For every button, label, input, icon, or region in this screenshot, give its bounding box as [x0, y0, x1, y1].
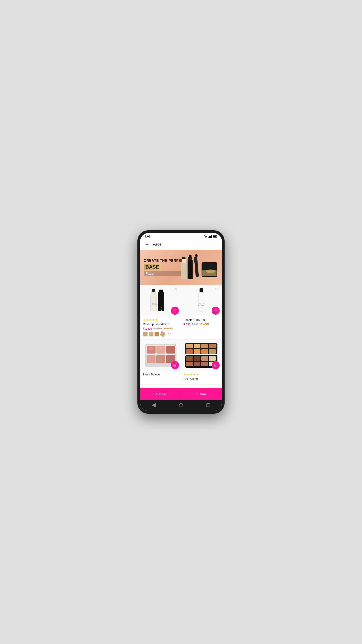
svg-rect-17 — [194, 257, 199, 277]
color-swatch[interactable] — [149, 332, 153, 336]
filter-button[interactable]: ⊟ Filter — [140, 388, 181, 400]
svg-text:COVERUP: COVERUP — [152, 303, 156, 304]
product-rating-1: ★ ★ ★ ★ ★ — [143, 318, 179, 322]
battery-icon — [213, 235, 217, 238]
back-arrow-icon: ← — [145, 242, 149, 247]
nav-back-button[interactable] — [150, 402, 157, 409]
product-name-2: Booster - BST001 — [183, 318, 219, 322]
svg-text:FOUNDATION: FOUNDATION — [152, 304, 158, 305]
product-name-3: Blush Palette — [143, 373, 179, 376]
star-icon: ★ — [146, 318, 149, 322]
product-image-foundation: ♡ COVERUP FOUNDATION FOUNDA — [141, 285, 181, 316]
product-name-1: Coverup Foundation — [143, 322, 179, 326]
product-card[interactable]: ♡ — [181, 340, 221, 384]
price-current-2: ₹ 791 — [183, 323, 190, 326]
color-swatches-1: + 11 — [143, 332, 179, 336]
svg-rect-10 — [181, 262, 186, 279]
svg-rect-6 — [211, 235, 212, 238]
price-row-1: ₹ 1,529 ₹ 1,699 10 %OFF — [143, 327, 179, 330]
header: ← Face — [140, 239, 222, 250]
product-grid: ♡ COVERUP FOUNDATION FOUNDA — [140, 285, 222, 385]
status-time: 9:05 — [145, 235, 150, 238]
price-original-1: ₹ 1,699 — [153, 327, 162, 330]
discount-badge-2: 12 %OFF — [200, 323, 209, 326]
status-icons — [204, 235, 217, 238]
product-image-pro-palette: ♡ — [181, 340, 221, 371]
sort-label: Sort — [200, 392, 206, 396]
svg-rect-31 — [199, 292, 204, 312]
nav-recent-button[interactable] — [205, 402, 212, 409]
cart-icon: 🛒 — [173, 308, 177, 313]
product-info-4: ★ ★ ★ ★ ★ Pro Palette — [181, 371, 221, 384]
nav-home-button[interactable] — [177, 402, 185, 409]
back-button[interactable]: ← — [144, 241, 151, 248]
svg-rect-14 — [188, 257, 192, 260]
booster-product-image: FOREVER52 Booster — [192, 287, 210, 314]
svg-rect-57 — [186, 356, 193, 361]
svg-rect-5 — [210, 236, 211, 238]
add-to-cart-button-2[interactable]: 🛒 — [212, 306, 220, 314]
page-title: Face — [153, 242, 162, 247]
banner-line2: BASE — [144, 264, 161, 270]
discount-badge-1: 10 %OFF — [163, 327, 173, 330]
heart-icon: ♡ — [174, 288, 178, 292]
signal-icon — [209, 235, 212, 238]
svg-rect-49 — [186, 344, 193, 348]
svg-rect-59 — [201, 356, 208, 361]
product-card[interactable]: ♡ — [141, 340, 181, 384]
svg-rect-50 — [194, 344, 200, 348]
svg-rect-51 — [201, 344, 208, 348]
star-icon: ★ — [143, 318, 145, 322]
wishlist-button-1[interactable]: ♡ — [173, 287, 179, 293]
svg-rect-42 — [147, 355, 156, 363]
star-icon: ★ — [193, 373, 196, 376]
svg-text:FOREVER52: FOREVER52 — [198, 303, 205, 304]
svg-rect-58 — [194, 356, 200, 361]
foundation-product-image: COVERUP FOUNDATION FOUNDATION — [149, 288, 172, 313]
svg-point-46 — [158, 347, 164, 350]
svg-rect-55 — [201, 349, 208, 354]
banner-products: FOUNDATION — [177, 250, 222, 285]
banner-cosmetics-illustration: FOUNDATION — [179, 250, 219, 285]
product-info-3: Blush Palette — [141, 371, 181, 380]
svg-rect-8 — [217, 236, 217, 237]
add-to-cart-button-1[interactable]: 🛒 — [171, 306, 179, 314]
svg-text:FOUNDATION: FOUNDATION — [161, 308, 162, 313]
svg-rect-13 — [188, 260, 193, 279]
filter-icon: ⊟ — [154, 392, 157, 396]
svg-point-45 — [148, 347, 154, 350]
heart-icon: ♡ — [215, 288, 218, 292]
svg-rect-4 — [209, 236, 210, 238]
svg-rect-28 — [158, 292, 164, 311]
color-swatch[interactable] — [143, 332, 148, 336]
product-card[interactable]: ♡ FOREVER52 Booster 🛒 — [181, 285, 221, 339]
svg-rect-61 — [186, 362, 193, 366]
svg-rect-60 — [209, 356, 216, 361]
svg-point-22 — [206, 270, 215, 273]
wishlist-button-4[interactable]: ♡ — [213, 342, 220, 348]
svg-rect-34 — [200, 288, 203, 289]
star-icon: ★ — [183, 373, 186, 376]
star-icon: ★ — [155, 318, 158, 322]
add-to-cart-button-3[interactable]: 🛒 — [171, 361, 179, 369]
wifi-icon — [204, 235, 208, 238]
svg-text:Booster: Booster — [198, 305, 204, 306]
svg-rect-23 — [151, 294, 156, 311]
color-swatch[interactable] — [154, 332, 159, 336]
wishlist-button-3[interactable]: ♡ — [173, 342, 179, 348]
back-nav-icon — [152, 403, 156, 408]
svg-rect-56 — [209, 349, 216, 354]
svg-rect-24 — [151, 291, 156, 294]
banner: CREATE THE PERFECT BASE Face — [140, 250, 222, 285]
color-swatch[interactable] — [160, 330, 166, 338]
add-to-cart-button-4[interactable]: 🛒 — [212, 361, 220, 369]
svg-rect-3 — [209, 237, 209, 238]
wishlist-button-2[interactable]: ♡ — [213, 287, 220, 293]
star-icon: ★ — [187, 373, 189, 376]
star-icon: ★ — [149, 318, 152, 322]
sort-button[interactable]: ↕ Sort — [181, 388, 222, 400]
svg-rect-29 — [159, 290, 163, 292]
product-card[interactable]: ♡ COVERUP FOUNDATION FOUNDA — [141, 285, 181, 339]
phone-frame: 9:05 — [137, 230, 225, 414]
recent-nav-icon — [206, 404, 210, 407]
